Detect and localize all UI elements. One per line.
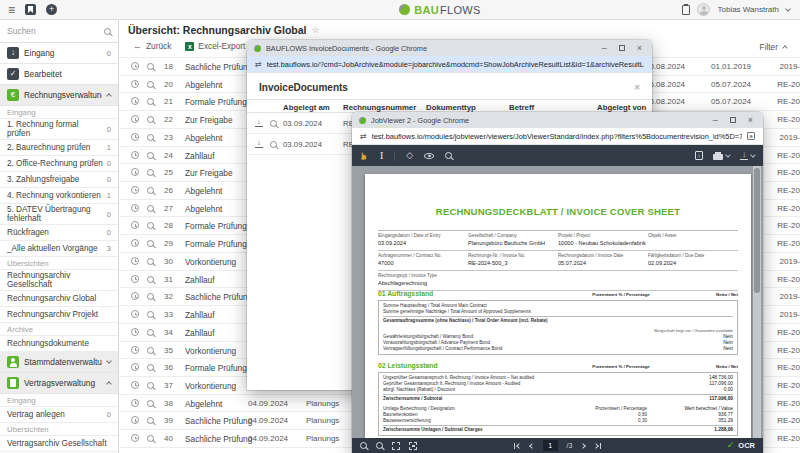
sidebar-item-rechnungsarchiv-global[interactable]: Rechnungsarchiv Global	[0, 291, 118, 307]
tab-switch-icon[interactable]: ⇄	[360, 132, 367, 141]
preview-icon[interactable]	[147, 364, 154, 371]
preview-icon[interactable]	[147, 400, 154, 407]
sidebar-item-r-ckfragen[interactable]: Rückfragen0	[0, 225, 118, 241]
avatar[interactable]	[697, 3, 710, 16]
sidebar-item-4-rechnung-vorkontieren[interactable]: 4. Rechnung vorkontieren1	[0, 188, 118, 204]
sidebar-item-2-baurechnung-pr-fen[interactable]: 2. Baurechnung prüfen1	[0, 140, 118, 156]
text-select-icon[interactable]: I	[380, 151, 383, 161]
history-icon[interactable]	[131, 151, 139, 159]
preview-icon[interactable]	[147, 134, 154, 141]
preview-icon[interactable]	[147, 222, 154, 229]
shape-tool-icon[interactable]: ◇	[406, 151, 413, 160]
add-icon[interactable]: +	[46, 4, 57, 15]
search-input[interactable]	[7, 26, 100, 36]
invoice-url-bar[interactable]: ⇄ test.bauflows.io/?cmd=JobArchive&modul…	[247, 56, 652, 73]
maximize-icon[interactable]	[619, 45, 625, 51]
sidebar-item-5-datev-bertragung-fehlerhaft[interactable]: 5. DATEV Übertragung fehlerhaft0	[0, 204, 118, 225]
history-icon[interactable]	[131, 115, 139, 123]
history-icon[interactable]	[131, 97, 139, 105]
document-scrollbar[interactable]	[753, 166, 761, 438]
sidebar-item-alle-aktuellen-vorg-nge[interactable]: _Alle aktuellen Vorgänge3	[0, 241, 118, 257]
preview-icon[interactable]	[147, 98, 154, 105]
favorite-star-icon[interactable]: ☆	[312, 25, 320, 35]
sidebar-module-vertragsverwaltung[interactable]: Vertragsverwaltung	[0, 373, 118, 394]
excel-export-button[interactable]: x Excel-Export	[185, 41, 245, 51]
close-icon[interactable]: ×	[748, 116, 753, 125]
history-icon[interactable]	[131, 133, 139, 141]
export-icon[interactable]: ↑	[695, 151, 703, 160]
sidebar-item-rechnungsdokumente[interactable]: Rechnungsdokumente	[0, 336, 118, 352]
prev-page-button[interactable]	[530, 444, 534, 448]
bookmark-icon[interactable]	[25, 4, 36, 15]
back-button[interactable]: ← Zurück	[133, 41, 171, 51]
preview-icon[interactable]	[147, 382, 154, 389]
close-icon[interactable]: ×	[637, 44, 642, 53]
sidebar-module-bearbeitet[interactable]: ✓Bearbeitet	[0, 64, 118, 85]
clipboard-icon[interactable]	[682, 5, 690, 15]
history-icon[interactable]	[131, 328, 139, 336]
viewer-window-titlebar[interactable]: JobViewer 2 - Google Chrome – ×	[352, 112, 763, 128]
preview-icon[interactable]	[270, 141, 277, 148]
preview-icon[interactable]	[147, 116, 154, 123]
next-page-button[interactable]	[581, 444, 585, 448]
history-icon[interactable]	[131, 239, 139, 247]
preview-icon[interactable]	[147, 152, 154, 159]
download-button[interactable]: ↓	[740, 151, 755, 160]
minimize-icon[interactable]: –	[602, 44, 607, 53]
history-icon[interactable]	[131, 62, 139, 70]
chevron-down-icon[interactable]	[785, 6, 791, 12]
sidebar-item-1-rechnung-formal-pr-fen[interactable]: 1. Rechnung formal prüfen0	[0, 119, 118, 140]
history-icon[interactable]	[131, 80, 139, 88]
search-icon[interactable]	[445, 152, 452, 159]
invoice-window-titlebar[interactable]: BAUFLOWS InvoiceDocuments - Google Chrom…	[247, 40, 652, 56]
history-icon[interactable]	[131, 168, 139, 176]
preview-icon[interactable]	[147, 205, 154, 212]
sidebar-item-3-zahlungsfreigabe[interactable]: 3. Zahlungsfreigabe0	[0, 172, 118, 188]
search-icon[interactable]	[104, 28, 111, 35]
history-icon[interactable]	[131, 257, 139, 265]
preview-icon[interactable]	[147, 329, 154, 336]
sidebar-module-rechnungsverwaltung[interactable]: €Rechnungsverwaltung	[0, 85, 118, 106]
history-icon[interactable]	[131, 434, 139, 442]
preview-icon[interactable]	[147, 417, 154, 424]
preview-icon[interactable]	[147, 293, 154, 300]
download-icon[interactable]: ↓	[255, 118, 263, 127]
fit-page-icon[interactable]	[409, 442, 417, 450]
history-icon[interactable]	[131, 221, 139, 229]
maximize-icon[interactable]	[730, 117, 736, 123]
ocr-status[interactable]: ✓ OCR	[727, 441, 755, 450]
preview-icon[interactable]	[147, 311, 154, 318]
scrollbar-thumb[interactable]	[754, 168, 760, 293]
preview-icon[interactable]	[147, 169, 154, 176]
sidebar-module-eingang[interactable]: ↓Eingang0	[0, 43, 118, 64]
history-icon[interactable]	[131, 204, 139, 212]
history-icon[interactable]	[131, 416, 139, 424]
preview-icon[interactable]	[147, 81, 154, 88]
page-input[interactable]: 1	[543, 440, 558, 451]
preview-icon[interactable]	[147, 435, 154, 442]
eye-icon[interactable]	[424, 153, 434, 159]
preview-icon[interactable]	[147, 258, 154, 265]
sidebar-item-2-office-rechnung-pr-fen[interactable]: 2. Office-Rechnung prüfen0	[0, 156, 118, 172]
preview-icon[interactable]	[147, 63, 154, 70]
panel-close-icon[interactable]: ×	[634, 82, 640, 93]
sidebar-item-rechnungsarchiv-projekt[interactable]: Rechnungsarchiv Projekt	[0, 307, 118, 323]
last-page-button[interactable]	[594, 443, 601, 449]
menu-icon[interactable]: ≡	[8, 4, 15, 16]
sidebar-item-rechnungsarchiv-gesellschaft[interactable]: Rechnungsarchiv Gesellschaft	[0, 270, 118, 291]
sidebar-module-stammdatenverwaltung[interactable]: Stammdatenverwaltung	[0, 352, 118, 373]
download-icon[interactable]: ↓	[255, 139, 263, 148]
tab-switch-icon[interactable]: ⇄	[255, 60, 262, 69]
preview-icon[interactable]	[147, 240, 154, 247]
preview-icon[interactable]	[270, 120, 277, 127]
minimize-icon[interactable]: –	[713, 116, 718, 125]
history-icon[interactable]	[131, 186, 139, 194]
sidebar-item-vertragsarchiv-gesellschaft[interactable]: Vertragsarchiv Gesellschaft	[0, 436, 118, 452]
first-page-button[interactable]	[514, 443, 521, 449]
preview-icon[interactable]	[147, 187, 154, 194]
history-icon[interactable]	[131, 346, 139, 354]
preview-icon[interactable]	[147, 347, 154, 354]
viewer-url[interactable]: test.bauflows.io/modules/jobviewer/viewe…	[372, 132, 742, 141]
print-button[interactable]	[713, 152, 730, 160]
history-icon[interactable]	[131, 381, 139, 389]
